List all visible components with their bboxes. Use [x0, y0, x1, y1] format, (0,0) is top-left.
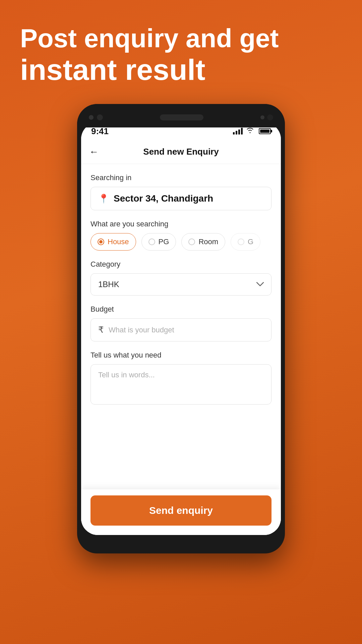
bottom-cta: Send enquiry — [81, 489, 281, 535]
search-type-label: What are you searching — [90, 220, 272, 228]
radio-options-group: House PG Room G — [90, 233, 272, 251]
description-placeholder: Tell us in words... — [98, 371, 155, 379]
camera-dot — [89, 115, 94, 120]
searching-in-label: Searching in — [90, 173, 272, 182]
battery-icon — [259, 128, 271, 134]
description-textarea[interactable]: Tell us in words... — [90, 364, 272, 405]
radio-dot-other — [238, 238, 244, 245]
hero-line1: Post enquiry and get — [20, 23, 342, 54]
speaker-dot — [267, 114, 273, 120]
wifi-icon — [246, 127, 254, 136]
radio-option-other[interactable]: G — [231, 233, 260, 251]
radio-label-room: Room — [198, 237, 218, 246]
budget-placeholder: What is your budget — [109, 326, 174, 334]
front-camera-area — [89, 114, 103, 120]
chevron-down-icon — [256, 280, 264, 289]
app-content: Searching in 📍 Sector 34, Chandigarh Wha… — [81, 164, 281, 535]
location-pin-icon: 📍 — [98, 194, 109, 204]
radio-option-house[interactable]: House — [90, 233, 136, 251]
description-section: Tell us what you need Tell us in words..… — [90, 351, 272, 405]
category-section: Category 1BHK — [90, 260, 272, 296]
phone-mockup: 9:41 — [77, 104, 285, 553]
category-label: Category — [90, 260, 272, 269]
radio-option-room[interactable]: Room — [181, 233, 225, 251]
rupee-icon: ₹ — [98, 325, 104, 335]
signal-bar-3 — [238, 129, 240, 135]
searching-in-section: Searching in 📍 Sector 34, Chandigarh — [90, 173, 272, 210]
signal-bar-1 — [233, 132, 235, 135]
status-icons — [233, 127, 271, 136]
back-button[interactable]: ← — [89, 147, 99, 157]
location-value: Sector 34, Chandigarh — [114, 193, 213, 204]
budget-section: Budget ₹ What is your budget — [90, 305, 272, 341]
radio-dot-room — [188, 238, 195, 245]
hero-section: Post enquiry and get instant result — [0, 0, 362, 96]
battery-fill — [260, 129, 269, 133]
radio-dot-pg — [148, 238, 155, 245]
signal-bar-2 — [236, 131, 237, 135]
phone-notch — [77, 104, 285, 127]
phone-screen: 9:41 — [81, 122, 281, 535]
radio-option-pg[interactable]: PG — [141, 233, 176, 251]
budget-label: Budget — [90, 305, 272, 314]
send-enquiry-button[interactable]: Send enquiry — [90, 495, 272, 526]
signal-bar-4 — [241, 128, 243, 135]
earpiece-speaker — [160, 114, 203, 120]
description-label: Tell us what you need — [90, 351, 272, 360]
category-select[interactable]: 1BHK — [90, 273, 272, 296]
location-box[interactable]: 📍 Sector 34, Chandigarh — [90, 187, 272, 210]
sensor-dot — [260, 115, 264, 119]
budget-input-box[interactable]: ₹ What is your budget — [90, 318, 272, 341]
camera-lens — [97, 114, 103, 120]
status-time: 9:41 — [91, 126, 109, 137]
radio-dot-house — [98, 238, 104, 245]
radio-label-other: G — [248, 237, 253, 246]
hero-line2: instant result — [20, 54, 342, 86]
radio-label-pg: PG — [159, 237, 169, 246]
signal-icon — [233, 128, 243, 135]
sensors-area — [260, 114, 273, 120]
search-type-section: What are you searching House PG Room — [90, 220, 272, 251]
category-value: 1BHK — [98, 280, 119, 289]
radio-label-house: House — [108, 237, 129, 246]
page-title: Send new Enquiry — [143, 147, 219, 157]
app-header: ← Send new Enquiry — [81, 140, 281, 164]
